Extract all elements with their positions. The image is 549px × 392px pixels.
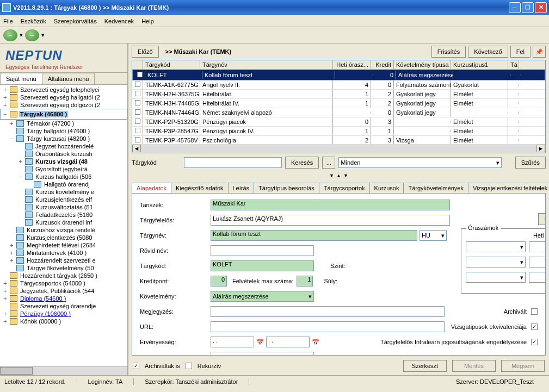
- col-header[interactable]: Heti órasz...: [333, 60, 371, 69]
- edit-button[interactable]: Szerkeszt: [403, 360, 447, 372]
- search-input[interactable]: [184, 157, 282, 168]
- maxtake-field[interactable]: 1: [297, 276, 313, 287]
- equiv-checkbox[interactable]: [531, 323, 538, 330]
- archived-too-checkbox[interactable]: [133, 363, 139, 369]
- table-row[interactable]: TEMK-N4N-74464GNémet szaknyelvi alapozó0…: [132, 108, 545, 117]
- tree-node[interactable]: +Szervezeti egység telephelyei: [0, 86, 127, 94]
- foreign-select[interactable]: ▾: [211, 352, 314, 356]
- dropdown-icon[interactable]: ▾: [20, 32, 23, 39]
- archived-checkbox[interactable]: [531, 308, 538, 315]
- valid-from[interactable]: . .: [211, 337, 254, 347]
- scroll-left-icon[interactable]: ◄: [132, 145, 141, 152]
- pin-button[interactable]: 📌: [533, 46, 546, 58]
- tree-node[interactable]: +Jegyzetek, Publikációk (544: [0, 287, 127, 295]
- col-header[interactable]: Tárgykód: [143, 60, 200, 69]
- tree-node[interactable]: +Könök (00000 ): [0, 318, 127, 325]
- refresh-button[interactable]: Frissítés: [431, 46, 466, 58]
- calendar-icon[interactable]: 📅: [254, 339, 266, 346]
- menu-help[interactable]: Help: [141, 18, 154, 24]
- detail-tab[interactable]: Kiegészítő adatok: [171, 183, 228, 193]
- detail-tab[interactable]: Tárgykövetelmények: [403, 183, 468, 193]
- close-button[interactable]: ✕: [535, 2, 547, 13]
- filter-button[interactable]: Szűrés: [515, 157, 546, 169]
- tree-node[interactable]: +Tárgycsoportok (54000 ): [0, 279, 127, 287]
- col-header[interactable]: Tá: [508, 60, 519, 69]
- grid-body[interactable]: KOLFTKollab fórum teszt0Aláírás megszerz…: [132, 70, 545, 144]
- tree-node[interactable]: −Kurzus hallgatói (506: [0, 173, 127, 181]
- weekly-1[interactable]: [529, 241, 546, 252]
- tree-node[interactable]: Kurzusjelentkezés elf: [0, 196, 127, 203]
- tree-node[interactable]: Hallgató órarendj: [0, 181, 127, 188]
- hour-type-3[interactable]: ▾: [466, 272, 526, 283]
- menu-fav[interactable]: Kedvencek: [104, 18, 134, 24]
- valid-to[interactable]: . .: [266, 337, 310, 347]
- tree-scrollbar[interactable]: [0, 366, 127, 375]
- grid-header[interactable]: TárgykódTárgynévHeti órasz...KreditKövet…: [132, 60, 545, 70]
- search-button[interactable]: Keresés: [285, 157, 319, 169]
- detail-tab[interactable]: Tárgytípus besorolás: [254, 183, 319, 193]
- table-row[interactable]: TEMK-H2H-36375GHitelbírálat12Gyakorlati …: [132, 90, 545, 99]
- up-button[interactable]: Fel: [510, 46, 531, 58]
- next-button[interactable]: Következő: [468, 46, 508, 58]
- menu-file[interactable]: File: [3, 18, 13, 24]
- detail-tab[interactable]: Kurzusok: [369, 183, 404, 193]
- detail-tab[interactable]: Vizsgajelentkezési feltételek: [468, 183, 549, 193]
- tree-node[interactable]: Kurzusjelentkezés (5080: [0, 234, 127, 241]
- col-header[interactable]: Kurzustípus1: [451, 60, 508, 69]
- filter-select[interactable]: Minden▾: [338, 157, 502, 168]
- tab-own-menu[interactable]: Saját menü: [0, 73, 42, 84]
- table-row[interactable]: TEMK-P2P-51320GPénzügyi piacok03Elmélet: [132, 117, 545, 127]
- weekly-3[interactable]: [529, 272, 546, 283]
- tree-node[interactable]: Kurzus követelmény e: [0, 188, 127, 196]
- detail-tab[interactable]: Tárgycsoportok: [319, 183, 370, 193]
- tree-node[interactable]: Kurzusok órarendi inf: [0, 219, 127, 226]
- tree-node[interactable]: −Tárgy kurzusai (48200 ): [0, 135, 127, 142]
- table-row[interactable]: TEMK-P3P-28547GPénzügyi piacok IV.11Elmé…: [132, 127, 545, 136]
- nav-back-button[interactable]: ←: [3, 29, 17, 41]
- resp-field[interactable]: Lukász Zsanett (AQYRAJ): [211, 215, 450, 226]
- scroll-right-icon[interactable]: ►: [536, 145, 545, 152]
- tree-node[interactable]: +Témakör (47200 ): [0, 120, 127, 127]
- menu-tools[interactable]: Eszközök: [21, 18, 46, 24]
- code-field[interactable]: KOLFT: [211, 260, 314, 271]
- intra-checkbox[interactable]: [531, 339, 538, 345]
- grid-scrollbar[interactable]: ◄ ►: [132, 144, 545, 153]
- tree-node[interactable]: +Kurzus vizsgái (48: [0, 158, 127, 165]
- tree-node[interactable]: +Meghirdetett félévei (2684: [0, 241, 127, 249]
- hour-type-1[interactable]: ▾: [466, 241, 526, 252]
- tree-node[interactable]: Tárgy hallgatói (47600 ): [0, 127, 127, 135]
- nav-forward-button[interactable]: →: [25, 29, 39, 41]
- weekly-2[interactable]: [529, 257, 546, 267]
- hour-type-2[interactable]: ▾: [466, 257, 526, 267]
- short-field[interactable]: [211, 245, 314, 256]
- tree-node[interactable]: Hozzárendelt tárgyak (2650 ): [0, 272, 127, 279]
- name-field[interactable]: Kollab fórum teszt: [211, 230, 417, 241]
- lang-select[interactable]: HU▾: [420, 230, 447, 241]
- tree-node[interactable]: +Hozzárendelt szervezeti e: [0, 257, 127, 264]
- table-row[interactable]: TEMK-H3H-74485GHitelbírálat IV.12Gyakorl…: [132, 99, 545, 108]
- col-header[interactable]: Követelmény típusa: [394, 60, 451, 69]
- tree-node[interactable]: +Mintatantervek (4100 ): [0, 249, 127, 257]
- table-row[interactable]: TEMK-P3P-45758VPszichológia23VizsgaElmél…: [132, 136, 545, 144]
- detail-tab[interactable]: Leírás: [228, 183, 255, 193]
- tab-general-menu[interactable]: Általános menü: [42, 73, 95, 84]
- browse-button[interactable]: ...: [322, 157, 335, 169]
- tree-node[interactable]: −Tárgyak (46800 ): [0, 109, 127, 120]
- maximize-button[interactable]: ☐: [522, 2, 534, 13]
- prev-button[interactable]: Előző: [132, 46, 159, 58]
- tree-node[interactable]: +Szervezeti egység hallgatói (2: [0, 94, 127, 101]
- menu-role[interactable]: Szerepkörváltás: [54, 18, 97, 24]
- tree-node[interactable]: +Szervezeti egység dolgozói (2: [0, 101, 127, 109]
- col-header[interactable]: Kredit: [371, 60, 394, 69]
- calendar-icon[interactable]: 📅: [310, 339, 322, 346]
- recursive-checkbox[interactable]: [186, 363, 192, 369]
- tree-node[interactable]: Gyorsított jegybeírá: [0, 165, 127, 173]
- tree-node[interactable]: Órabontások kurzush: [0, 150, 127, 158]
- tree-node[interactable]: Kurzushoz vizsga rendelé: [0, 226, 127, 234]
- tree-node[interactable]: Tárgyelőkövetelmény (50: [0, 264, 127, 272]
- dropdown-icon[interactable]: ▾: [41, 32, 45, 39]
- tree-node[interactable]: +Pénzügy (106000 ): [0, 310, 127, 318]
- table-row[interactable]: TEMK-A1K-62775GAngol nyelv II.40Folyamat…: [132, 80, 545, 90]
- credit-field[interactable]: 0: [211, 276, 227, 287]
- tree-node[interactable]: Jegyzet hozzárendelé: [0, 142, 127, 150]
